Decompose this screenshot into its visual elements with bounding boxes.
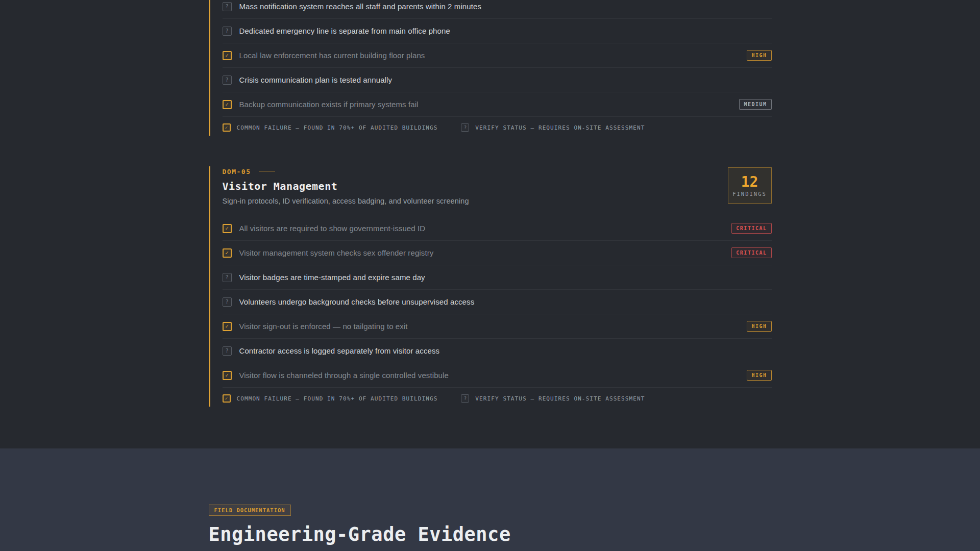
findings-number: 12: [741, 174, 758, 190]
domain-card-visitor-management: DOM-05 Visitor Management Sign-in protoc…: [209, 166, 772, 407]
checklist-item-label: Volunteers undergo background checks bef…: [239, 297, 475, 306]
checkbox-unverified-icon[interactable]: ?: [223, 27, 232, 36]
severity-badge-medium: MEDIUM: [739, 99, 771, 110]
checkbox-checked-icon[interactable]: ✓: [223, 371, 232, 380]
checklist-row: ?Volunteers undergo background checks be…: [223, 290, 772, 314]
checkbox-checked-icon: ✓: [223, 123, 231, 132]
checkbox-unverified-icon[interactable]: ?: [223, 273, 232, 282]
domain-code-row: DOM-05: [223, 167, 772, 176]
evidence-section: FIELD DOCUMENTATION Engineering-Grade Ev…: [0, 448, 980, 551]
findings-label: FINDINGS: [732, 191, 767, 197]
checklist-item-label: Visitor management system checks sex off…: [239, 248, 434, 257]
checklist-row: ?Crisis communication plan is tested ann…: [223, 68, 772, 92]
domain-subtitle: Sign-in protocols, ID verification, acce…: [223, 197, 772, 205]
checkbox-unverified-icon: ?: [461, 394, 469, 403]
domain-card-partial: ?Mass notification system reaches all st…: [209, 0, 772, 136]
checklist-item-label: Mass notification system reaches all sta…: [239, 2, 482, 11]
checklist-item-label: Visitor sign-out is enforced — no tailga…: [239, 322, 408, 331]
checkbox-unverified-icon[interactable]: ?: [223, 76, 232, 85]
checkbox-checked-icon: ✓: [223, 394, 231, 403]
checkbox-checked-icon[interactable]: ✓: [223, 100, 232, 109]
legend: ✓ COMMON FAILURE — FOUND IN 70%+ OF AUDI…: [223, 117, 772, 132]
legend-verify-status-label: VERIFY STATUS — REQUIRES ON-SITE ASSESSM…: [475, 124, 645, 131]
checklist-row: ✓Visitor management system checks sex of…: [223, 241, 772, 265]
checklist-row: ?Dedicated emergency line is separate fr…: [223, 19, 772, 43]
checkbox-checked-icon[interactable]: ✓: [223, 51, 232, 60]
severity-badge-high: HIGH: [747, 370, 771, 381]
domain-card-header: DOM-05 Visitor Management Sign-in protoc…: [223, 167, 772, 205]
checklist-row: ✓Visitor sign-out is enforced — no tailg…: [223, 314, 772, 339]
legend-common-failure: ✓ COMMON FAILURE — FOUND IN 70%+ OF AUDI…: [223, 394, 438, 403]
checklist-row: ✓Local law enforcement has current build…: [223, 43, 772, 68]
checklist: ?Mass notification system reaches all st…: [223, 0, 772, 117]
legend-verify-status: ? VERIFY STATUS — REQUIRES ON-SITE ASSES…: [461, 394, 645, 403]
code-dash-line: [259, 171, 275, 172]
checklist-item-label: Backup communication exists if primary s…: [239, 100, 419, 109]
checklist-item-label: Crisis communication plan is tested annu…: [239, 76, 393, 84]
severity-badge-critical: CRITICAL: [731, 247, 771, 258]
findings-count-box: 12 FINDINGS: [728, 167, 772, 204]
checklist-item-label: Contractor access is logged separately f…: [239, 346, 440, 355]
checkbox-checked-icon[interactable]: ✓: [223, 248, 232, 258]
evidence-section-title: Engineering-Grade Evidence: [209, 523, 772, 545]
legend-common-failure-label: COMMON FAILURE — FOUND IN 70%+ OF AUDITE…: [237, 124, 438, 131]
severity-badge-critical: CRITICAL: [731, 223, 771, 234]
checklist-row: ?Mass notification system reaches all st…: [223, 0, 772, 19]
severity-badge-high: HIGH: [747, 321, 771, 332]
field-documentation-tag: FIELD DOCUMENTATION: [209, 505, 291, 516]
legend: ✓ COMMON FAILURE — FOUND IN 70%+ OF AUDI…: [223, 388, 772, 403]
checklist-row: ✓All visitors are required to show gover…: [223, 216, 772, 241]
checklist-row: ✓Backup communication exists if primary …: [223, 92, 772, 117]
checklist: ✓All visitors are required to show gover…: [223, 216, 772, 388]
checkbox-unverified-icon[interactable]: ?: [223, 2, 232, 11]
audit-checklist-section: ?Mass notification system reaches all st…: [0, 0, 980, 448]
checklist-row: ?Visitor badges are time-stamped and exp…: [223, 265, 772, 290]
checkbox-unverified-icon[interactable]: ?: [223, 297, 232, 307]
content-column: ?Mass notification system reaches all st…: [209, 0, 772, 407]
domain-code: DOM-05: [223, 168, 251, 176]
checklist-item-label: Visitor flow is channeled through a sing…: [239, 371, 449, 380]
legend-common-failure: ✓ COMMON FAILURE — FOUND IN 70%+ OF AUDI…: [223, 123, 438, 132]
legend-verify-status: ? VERIFY STATUS — REQUIRES ON-SITE ASSES…: [461, 123, 645, 132]
checkbox-checked-icon[interactable]: ✓: [223, 322, 232, 331]
checkbox-unverified-icon: ?: [461, 123, 469, 132]
legend-verify-status-label: VERIFY STATUS — REQUIRES ON-SITE ASSESSM…: [475, 395, 645, 402]
checklist-item-label: Dedicated emergency line is separate fro…: [239, 27, 450, 35]
checklist-item-label: Visitor badges are time-stamped and expi…: [239, 273, 425, 282]
domain-title: Visitor Management: [223, 180, 772, 192]
legend-common-failure-label: COMMON FAILURE — FOUND IN 70%+ OF AUDITE…: [237, 395, 438, 402]
checkbox-checked-icon[interactable]: ✓: [223, 224, 232, 233]
checkbox-unverified-icon[interactable]: ?: [223, 346, 232, 356]
checklist-row: ✓Visitor flow is channeled through a sin…: [223, 363, 772, 388]
checklist-item-label: All visitors are required to show govern…: [239, 224, 426, 233]
checklist-row: ?Contractor access is logged separately …: [223, 339, 772, 363]
severity-badge-high: HIGH: [747, 50, 771, 61]
checklist-item-label: Local law enforcement has current buildi…: [239, 51, 425, 60]
